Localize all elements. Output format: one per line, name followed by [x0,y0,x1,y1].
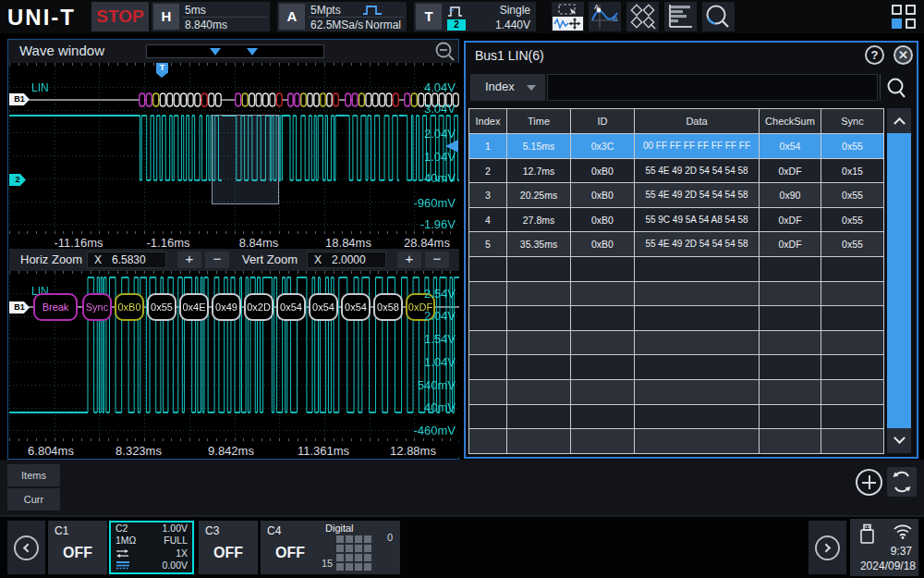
table-cell [635,306,760,331]
table-row[interactable] [469,405,884,430]
histogram-tool-button[interactable] [664,2,697,31]
decode-bubble-data: 0x54 [341,293,371,321]
zoom-wave-area: B1 LIN BreakSync0xB00x550x4E0x490x2D0x54… [9,271,459,441]
display-layout-button[interactable] [892,5,917,30]
timebase-value: 5ms [185,4,206,17]
table-cell: 0xB0 [571,159,635,184]
scrollbar-thumb[interactable] [887,133,911,428]
zone-select-tool-button[interactable] [552,2,584,31]
trigger-mode-value: Single [500,4,530,17]
time-tick-label: 18.84ms [325,236,371,250]
table-cell [469,380,507,405]
digital-channels-button[interactable]: Digital 0 15 [319,521,400,574]
system-status-block[interactable]: 9:37 2024/09/18 [850,519,918,576]
time-tick-label: 11.361ms [298,444,349,458]
search-input[interactable] [547,74,878,101]
zoom-region-marker-left[interactable] [210,48,221,55]
cursor-tool-button[interactable]: A B [589,2,621,31]
horiz-zoom-plus-button[interactable]: + [177,252,201,268]
voltage-tick-label: -1.96V [420,217,456,231]
acquire-settings-block[interactable]: A 5Mpts 62.5MSa/s Normal [277,2,407,31]
acquire-key: A [279,4,305,30]
items-button[interactable]: Items [7,464,60,486]
decode-table: IndexTimeIDDataCheckSumSync15.15ms0x3C00… [468,108,884,454]
table-row[interactable]: 535.35ms0xB055 4E 49 2D 54 54 54 580xDF0… [469,232,884,257]
table-row[interactable]: 320.25ms0xB055 4E 49 2D 54 54 54 580x900… [469,183,884,208]
help-icon[interactable]: ? [865,45,884,65]
table-cell: 2 [469,159,507,184]
voltage-tick-label: 540mV [418,378,456,392]
channel-bar-prev-button[interactable] [7,521,45,574]
channel2-scale: 1.00V [163,523,188,535]
column-header: ID [571,109,635,134]
table-cell [507,331,571,356]
table-cell [507,257,571,282]
table-row[interactable] [469,355,884,380]
refresh-button[interactable] [887,467,917,497]
table-row[interactable]: 15.15ms0x3C00 FF FF FF FF FF FF FF0x540x… [469,134,884,159]
channel2-offset: 0.00V [163,560,188,572]
clock-time: 9:37 [891,545,912,558]
horiz-zoom-value-box[interactable]: X 6.5830 [87,252,166,268]
table-row[interactable]: 427.8ms0xB055 9C 49 5A 54 A8 54 580xDF0x… [469,208,884,233]
voltage-tick-label: -460mV [413,424,456,437]
table-cell [821,380,884,405]
channel2-button[interactable]: C21.00V 1MΩFULL 1X 0.00V [109,521,194,574]
table-row[interactable] [469,331,884,356]
chevron-down-icon [527,85,536,91]
memory-position-bar[interactable] [146,44,324,58]
table-cell [469,331,507,356]
close-icon[interactable]: ✕ [894,45,913,65]
column-header: CheckSum [760,109,821,134]
zoom-controls-bar: Horiz Zoom X 6.5830 + − Vert Zoom X 2.00… [9,249,459,271]
time-tick-label: 12.88ms [390,444,436,458]
table-row[interactable]: 212.7ms0xB055 4E 49 2D 54 54 54 580xDF0x… [469,159,884,184]
digital-low-index: 15 [322,558,333,569]
vert-zoom-minus-button[interactable]: − [425,252,449,268]
trigger-level-arrow[interactable] [445,140,458,153]
trigger-edge-icon [447,5,464,18]
channel4-button[interactable]: C4 OFF [261,521,320,574]
channel1-button[interactable]: C1 OFF [48,521,107,574]
table-cell [760,380,821,405]
run-stop-button[interactable]: STOP [91,2,149,31]
table-row[interactable] [469,429,884,454]
horiz-zoom-minus-button[interactable]: − [205,252,229,268]
chevron-left-icon [23,543,32,552]
index-filter-dropdown[interactable]: Index [470,74,545,101]
table-row[interactable] [469,380,884,405]
table-search-button[interactable] [880,74,913,101]
sample-rate-value: 62.5MSa/s [310,18,363,31]
voltage-tick-label: 4.04V [424,80,456,94]
math-xy-tool-button[interactable] [626,2,659,31]
horizontal-settings-block[interactable]: H 5ms 8.840ms [152,2,270,31]
memory-depth-value: 5Mpts [310,4,341,17]
scroll-up-button[interactable] [887,108,911,133]
table-row[interactable] [469,282,884,307]
scroll-down-button[interactable] [887,428,911,453]
table-row[interactable] [469,257,884,282]
zoom-region-marker-right[interactable] [247,48,258,55]
channel3-button[interactable]: C3 OFF [199,521,258,574]
table-cell: 55 4E 49 2D 54 54 54 58 [635,183,760,208]
vert-zoom-value-box[interactable]: X 2.0000 [307,252,386,268]
table-cell: 3 [469,183,507,208]
trigger-settings-block[interactable]: T 2 Single 1.440V [414,2,536,31]
table-cell: 0xB0 [571,208,635,233]
channel-bar-next-button[interactable] [808,521,846,574]
table-row[interactable] [469,306,884,331]
zoom-out-icon[interactable] [435,42,456,62]
channel2-bandwidth: FULL [164,535,188,547]
table-cell: 0x55 [821,208,884,233]
wave-window-panel: Wave window T B1 LIN 2 4.04V3.04V2.04V1.… [7,39,459,460]
zoom-selection-box[interactable] [212,115,279,204]
add-icon[interactable] [856,469,882,496]
table-cell: 0x55 [821,183,884,208]
curr-button[interactable]: Curr [7,488,60,510]
svg-text:A: A [594,3,600,11]
trigger-position-flag[interactable]: T [156,63,168,73]
search-tool-button[interactable] [702,2,735,31]
table-cell: 27.8ms [507,208,571,233]
trigger-key: T [416,4,442,30]
vert-zoom-plus-button[interactable]: + [397,252,421,268]
